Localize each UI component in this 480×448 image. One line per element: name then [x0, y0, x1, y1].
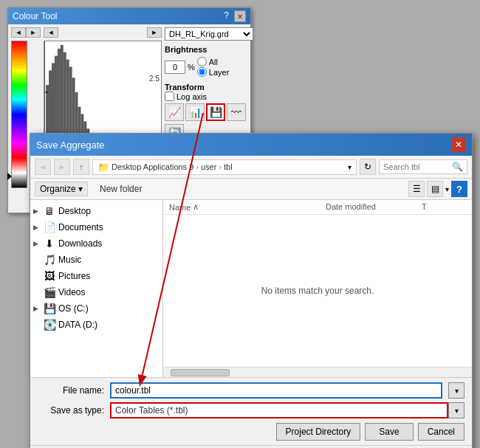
radio-layer-row: Layer [197, 67, 230, 77]
sidebar-label-videos: Videos [58, 287, 157, 297]
wave-icon[interactable]: 〰 [227, 103, 246, 121]
color-strip [11, 41, 27, 188]
left-nav-arrow[interactable]: ◄ [11, 27, 26, 38]
organize-btn[interactable]: Organize ▾ [35, 182, 88, 196]
color-strip-pointer [7, 173, 12, 180]
radio-layer-label: Layer [209, 68, 230, 77]
graph-nav: ◄ ► [44, 27, 162, 38]
saveas-row: Save as type: ▾ [38, 402, 464, 418]
sidebar-item-downloads[interactable]: ▶ ⬇ Downloads [30, 235, 162, 252]
save-aggregate-dialog: Save Aggregate ✕ ◄ ► ↑ 📁 Desktop Applica… [30, 133, 473, 448]
osc-folder-icon: 💾 [43, 303, 56, 314]
view-controls: ☰ ▤ ▾ ? [408, 181, 467, 197]
hide-folders-row[interactable]: ▲ Hide Folders [30, 445, 472, 448]
sidebar-panel: ▶ 🖥 Desktop ▶ 📄 Documents ▶ ⬇ Downloads … [30, 200, 163, 377]
data-folder-icon: 💽 [43, 319, 56, 331]
main-content-area: Name ∧ Date modified T No items match yo… [163, 200, 472, 377]
save-button[interactable]: Save [365, 423, 413, 441]
col-name-header[interactable]: Name ∧ [169, 202, 326, 212]
col-name-sort: ∧ [193, 202, 199, 212]
help-btn[interactable]: ? [221, 10, 232, 22]
music-folder-icon: 🎵 [43, 254, 56, 266]
brightness-label: Brightness [165, 45, 253, 54]
svg-rect-9 [66, 60, 69, 143]
sidebar-item-pictures[interactable]: ▶ 🖼 Pictures [30, 268, 162, 284]
sidebar-item-videos[interactable]: ▶ 🎬 Videos [30, 284, 162, 300]
svg-rect-5 [55, 56, 58, 143]
graph-scale-label: 2.5 [149, 75, 160, 83]
back-btn[interactable]: ◄ [35, 159, 51, 175]
view-details-btn[interactable]: ▤ [427, 181, 443, 197]
breadcrumb-part2: user [201, 162, 216, 171]
refresh-btn[interactable]: ↻ [360, 159, 376, 175]
save-dialog-title: Save Aggregate [36, 139, 105, 151]
bar-chart-icon[interactable]: 📊 [185, 103, 205, 121]
graph-right-arrow[interactable]: ► [147, 27, 162, 38]
graph-left-arrow[interactable]: ◄ [44, 27, 58, 38]
breadcrumb-sep2: › [219, 162, 222, 171]
svg-rect-10 [69, 67, 72, 144]
up-btn[interactable]: ↑ [73, 159, 89, 175]
radio-all-label: All [209, 58, 218, 66]
view-dropdown-btn[interactable]: ▾ [445, 185, 449, 193]
search-box: 🔍 [379, 159, 467, 174]
breadcrumb-part1: Desktop Applications 9 [112, 162, 193, 171]
pictures-folder-icon: 🖼 [43, 270, 56, 282]
horizontal-scrollbar[interactable] [163, 367, 472, 377]
breadcrumb-expand-icon[interactable]: ▾ [348, 163, 352, 171]
line-chart-icon[interactable]: 📈 [165, 103, 184, 121]
sidebar-label-osc: OS (C:) [58, 303, 157, 314]
svg-rect-8 [64, 52, 66, 143]
sidebar-label-music: Music [58, 255, 157, 265]
brightness-row: % All Layer [165, 57, 253, 77]
brightness-input[interactable] [165, 61, 185, 74]
log-axis-checkbox[interactable] [165, 92, 174, 101]
percent-label: % [188, 63, 195, 72]
dialog-action-row: Project Directory Save Cancel [38, 423, 464, 441]
radio-all-row: All [197, 57, 230, 66]
sidebar-item-documents[interactable]: ▶ 📄 Documents [30, 219, 162, 235]
save-dialog-close-btn[interactable]: ✕ [451, 137, 466, 152]
titlebar-controls: ? ✕ [221, 10, 246, 22]
breadcrumb-part3: tbl [224, 162, 233, 171]
downloads-folder-icon: ⬇ [43, 238, 56, 249]
search-icon[interactable]: 🔍 [452, 162, 463, 172]
col-date-header[interactable]: Date modified [326, 202, 422, 212]
dialog-cancel-btn[interactable]: Cancel [418, 423, 464, 441]
breadcrumb: 📁 Desktop Applications 9 › user › tbl ▾ [92, 159, 357, 175]
forward-btn[interactable]: ► [54, 159, 70, 175]
sidebar-item-data[interactable]: ▶ 💽 DATA (D:) [30, 317, 162, 333]
color-strip-nav: ◄ ► [11, 27, 41, 38]
scrollbar-thumb[interactable] [171, 369, 230, 376]
save-icon[interactable]: 💾 [206, 103, 225, 121]
dialog-bottom: File name: ▾ Save as type: ▾ Project Dir… [30, 377, 472, 445]
project-directory-btn[interactable]: Project Directory [276, 423, 361, 441]
sidebar-item-desktop[interactable]: ▶ 🖥 Desktop [30, 203, 162, 219]
filename-input[interactable] [110, 382, 442, 399]
log-axis-row: Log axis [165, 92, 253, 101]
new-folder-btn[interactable]: New folder [94, 182, 148, 196]
col-type-header[interactable]: T [422, 202, 466, 212]
help-icon-btn[interactable]: ? [451, 181, 467, 197]
radio-all[interactable] [197, 57, 207, 66]
graph-canvas: 2.5 [44, 41, 162, 144]
radio-layer[interactable] [197, 67, 207, 77]
search-input[interactable] [383, 162, 450, 171]
sidebar-item-music[interactable]: ▶ 🎵 Music [30, 252, 162, 268]
filename-dropdown-arrow[interactable]: ▾ [448, 382, 464, 399]
close-btn[interactable]: ✕ [234, 10, 246, 22]
sidebar-label-desktop: Desktop [58, 206, 157, 216]
desktop-folder-icon: 🖥 [43, 205, 56, 217]
view-list-btn[interactable]: ☰ [408, 181, 425, 197]
expand-arrow-desktop: ▶ [33, 207, 41, 215]
sidebar-item-osc[interactable]: ▶ 💾 OS (C:) [30, 300, 162, 317]
file-dropdown[interactable]: DH_RL_Krig.grd [165, 27, 253, 41]
breadcrumb-sep1: › [196, 162, 199, 171]
colour-tool-titlebar: Colour Tool ? ✕ [8, 8, 250, 24]
right-nav-arrow[interactable]: ► [26, 27, 41, 38]
log-axis-label: Log axis [176, 92, 207, 101]
saveas-input[interactable] [110, 402, 448, 418]
empty-message: No items match your search. [163, 215, 472, 367]
saveas-dropdown-arrow[interactable]: ▾ [448, 402, 464, 418]
breadcrumb-folder-icon: 📁 [97, 162, 109, 173]
